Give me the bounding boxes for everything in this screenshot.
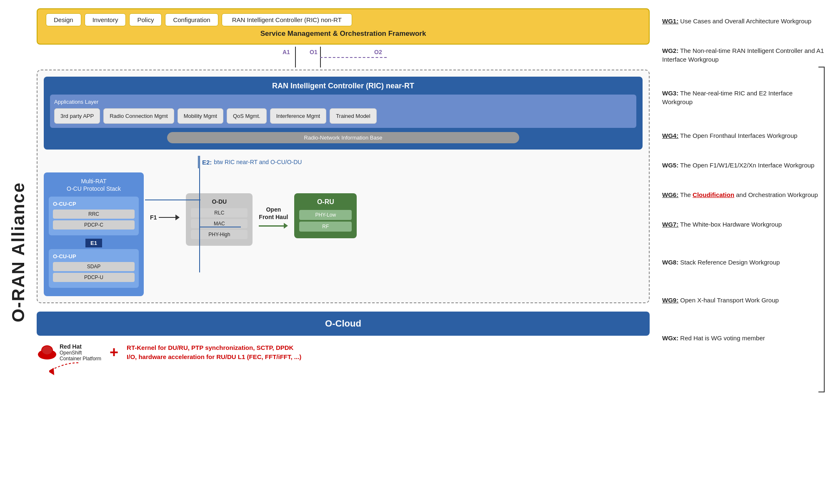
wg3-desc: The Near-real-time RIC and E2 Interface … xyxy=(662,90,793,105)
e2-desc: btw RIC near-RT and O-CU/O-DU xyxy=(214,159,302,165)
app-card-mobility: Mobility Mgmt xyxy=(178,108,223,124)
oru-title: O-RU xyxy=(299,198,352,206)
wg5-item: WG5: The Open F1/W1/E1/X2/Xn Interface W… xyxy=(662,157,825,174)
o2-interface-label: O2 xyxy=(374,49,382,55)
app-card-qos: QoS Mgmt. xyxy=(227,108,267,124)
wg9-label: WG9: xyxy=(662,297,678,304)
app-card-interference: Interference Mgmt xyxy=(270,108,327,124)
rf-card: RF xyxy=(299,222,352,232)
oru-box: O-RU PHY-Low RF xyxy=(294,193,357,238)
wg8-label: WG8: xyxy=(662,259,678,266)
smo-tab-ric: RAN Intelligent Controller (RIC) non-RT xyxy=(222,13,352,26)
smo-tab-inventory: Inventory xyxy=(85,13,126,26)
wg1-item: WG1: Use Cases and Overall Architecture … xyxy=(662,12,825,30)
redhat-subtitle: OpenShift Container Platform xyxy=(60,350,101,362)
wg1-label: WG1: xyxy=(662,17,678,25)
redhat-desc: RT-Kernel for DU/RU, PTP synchronization… xyxy=(127,343,650,362)
wgx-item: WGx: Red Hat is WG voting member xyxy=(662,329,825,347)
wg6-desc-before: The xyxy=(680,191,693,198)
arch-container: RAN Intelligent Controller (RIC) near-RT… xyxy=(37,70,650,303)
cu-up-box: O-CU-UP SDAP PDCP-U xyxy=(49,249,139,288)
wg8-item: WG8: Stack Reference Design Workgroup xyxy=(662,254,825,271)
f1-label: F1 xyxy=(150,214,157,221)
ocloud-title: O-Cloud xyxy=(43,318,643,329)
sdap-card: SDAP xyxy=(53,262,135,271)
wg7-label: WG7: xyxy=(662,221,678,228)
wg4-label: WG4: xyxy=(662,132,678,139)
cu-cp-label: O-CU-CP xyxy=(53,201,135,207)
app-card-trained-model: Trained Model xyxy=(330,108,377,124)
wg1-desc: Use Cases and Overall Architecture Workg… xyxy=(680,17,811,25)
odu-box: O-DU RLC MAC PHY-High xyxy=(186,193,253,246)
wg6-label: WG6: xyxy=(662,191,678,198)
redhat-hat-icon xyxy=(37,342,58,363)
smo-tab-design: Design xyxy=(46,13,81,26)
e1-label: E1 xyxy=(85,239,102,247)
wg3-label: WG3: xyxy=(662,90,678,97)
radio-network-bar: Radio-Network Information Base xyxy=(167,132,519,143)
redhat-section: Red Hat OpenShift Container Platform + R… xyxy=(37,342,650,363)
wg7-desc: The White-box Hardware Workgroup xyxy=(680,221,782,228)
wg6-cloudification: Cloudification xyxy=(693,191,734,198)
e2-label: E2: xyxy=(202,159,212,166)
wg9-desc: Open X-haul Transport Work Group xyxy=(680,297,779,304)
app-layer-cards: 3rd party APP Radio Connection Mgmt Mobi… xyxy=(54,108,632,124)
wg9-item: WG9: Open X-haul Transport Work Group xyxy=(662,292,825,309)
oran-alliance-title: O-RAN Alliance xyxy=(8,182,28,322)
smo-tabs: Design Inventory Policy Configuration RA… xyxy=(46,13,640,26)
wgx-label: WGx: xyxy=(662,334,678,342)
wg7-item: WG7: The White-box Hardware Workgroup xyxy=(662,216,825,233)
wg2-desc: The Non-real-time RAN Intelligent Contro… xyxy=(662,47,824,63)
wg5-label: WG5: xyxy=(662,162,678,169)
lower-arch: Multi-RAT O-CU Protocol Stack O-CU-CP RR… xyxy=(44,172,643,296)
wg6-item: WG6: The Cloudification and Orchestratio… xyxy=(662,186,825,203)
plus-sign: + xyxy=(110,344,118,361)
wg2-label: WG2: xyxy=(662,47,678,54)
wg3-item: WG3: The Near-real-time RIC and E2 Inter… xyxy=(662,85,825,110)
pdcp-c-card: PDCP-C xyxy=(53,220,135,230)
smo-framework: Design Inventory Policy Configuration RA… xyxy=(37,8,650,45)
ric-title: RAN Intelligent Controller (RIC) near-RT xyxy=(50,82,636,90)
a1-interface-label: A1 xyxy=(283,49,290,55)
cu-up-label: O-CU-UP xyxy=(53,253,135,259)
redhat-arrow-icon xyxy=(49,361,83,377)
cu-cp-box: O-CU-CP RRC PDCP-C xyxy=(49,197,139,235)
right-panel: WG1: Use Cases and Overall Architecture … xyxy=(650,8,825,496)
wg6-desc-after: and Orchestration Workgroup xyxy=(734,191,818,198)
wg4-desc: The Open Fronthaul Interfaces Workgroup xyxy=(680,132,798,139)
multirat-title: Multi-RAT O-CU Protocol Stack xyxy=(49,177,139,192)
wg4-item: WG4: The Open Fronthaul Interfaces Workg… xyxy=(662,127,825,144)
ric-box: RAN Intelligent Controller (RIC) near-RT… xyxy=(44,77,643,150)
app-layer-label: Applications Layer xyxy=(54,99,632,105)
wgx-desc: Red Hat is WG voting member xyxy=(680,334,765,342)
wg8-desc: Stack Reference Design Workgroup xyxy=(680,259,780,266)
phylow-card: PHY-Low xyxy=(299,210,352,220)
rrc-card: RRC xyxy=(53,210,135,219)
wg2-item: WG2: The Non-real-time RAN Intelligent C… xyxy=(662,42,825,68)
multirat-box: Multi-RAT O-CU Protocol Stack O-CU-CP RR… xyxy=(44,172,144,296)
smo-tab-policy: Policy xyxy=(129,13,162,26)
open-fronthaul-label: Open Front Haul xyxy=(259,206,288,221)
smo-tab-configuration: Configuration xyxy=(165,13,218,26)
app-layer-box: Applications Layer 3rd party APP Radio C… xyxy=(50,95,636,128)
smo-title: Service Management & Orchestration Frame… xyxy=(46,30,640,38)
ocloud-box: O-Cloud xyxy=(37,312,650,336)
svg-point-2 xyxy=(42,346,52,354)
app-card-3rdparty: 3rd party APP xyxy=(54,108,100,124)
redhat-name: Red Hat xyxy=(60,343,101,350)
pdcp-u-card: PDCP-U xyxy=(53,273,135,282)
app-card-radio: Radio Connection Mgmt xyxy=(103,108,174,124)
o1-interface-label: O1 xyxy=(310,49,318,55)
wg5-desc: The Open F1/W1/E1/X2/Xn Interface Workgr… xyxy=(680,162,814,169)
